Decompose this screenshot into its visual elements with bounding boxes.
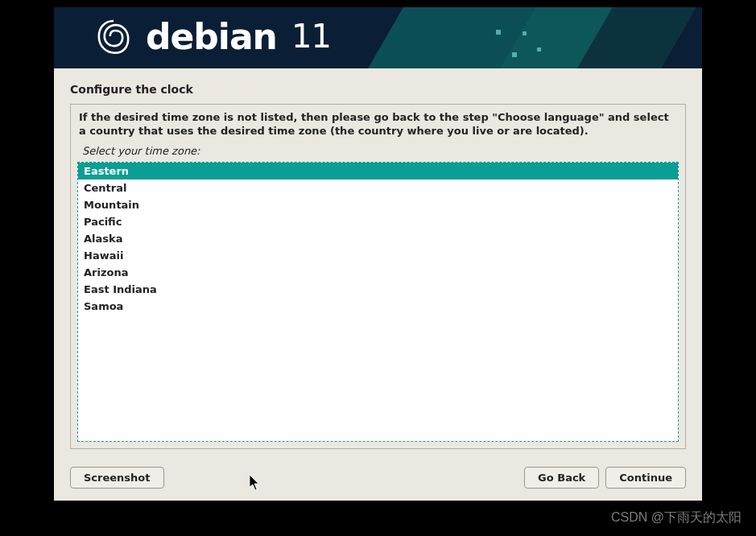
timezone-option[interactable]: Pacific	[78, 213, 678, 230]
main-panel: If the desired time zone is not listed, …	[70, 104, 686, 449]
banner-decoration	[537, 47, 541, 52]
brand-version: 11	[291, 18, 331, 55]
timezone-option[interactable]: Arizona	[78, 264, 678, 281]
banner-decoration	[523, 31, 527, 35]
timezone-option[interactable]: Mountain	[78, 196, 678, 213]
watermark-text: CSDN @下雨天的太阳	[611, 509, 742, 526]
timezone-listbox[interactable]: EasternCentralMountainPacificAlaskaHawai…	[77, 162, 679, 442]
go-back-button[interactable]: Go Back	[524, 467, 599, 489]
debian-brand: debian 11	[96, 15, 331, 57]
banner-decoration	[496, 30, 501, 35]
banner-decoration	[348, 7, 622, 68]
timezone-option[interactable]: Alaska	[78, 230, 678, 247]
screenshot-button[interactable]: Screenshot	[70, 467, 164, 489]
debian-wordmark: debian 11	[146, 16, 331, 57]
timezone-option[interactable]: Samoa	[78, 298, 678, 315]
continue-button[interactable]: Continue	[605, 467, 686, 489]
page-title: Configure the clock	[54, 68, 702, 104]
timezone-option[interactable]: East Indiana	[78, 281, 678, 298]
brand-name: debian	[146, 16, 277, 57]
banner: debian 11	[54, 7, 702, 68]
button-bar: Screenshot Go Back Continue	[54, 449, 702, 489]
debian-swirl-icon	[96, 15, 131, 57]
timezone-option[interactable]: Central	[78, 179, 678, 196]
prompt-label: Select your time zone:	[77, 142, 679, 162]
timezone-option[interactable]: Eastern	[78, 163, 678, 179]
installer-window: debian 11 Configure the clock If the des…	[54, 7, 702, 501]
timezone-option[interactable]: Hawaii	[78, 247, 678, 264]
instruction-text: If the desired time zone is not listed, …	[77, 111, 679, 142]
banner-decoration	[512, 52, 517, 57]
